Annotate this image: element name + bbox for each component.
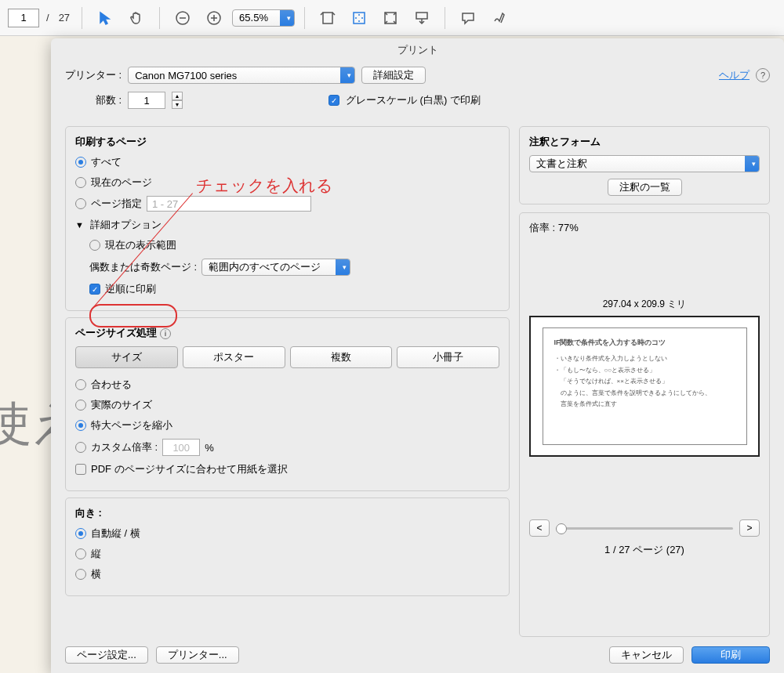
radio-current[interactable]	[75, 177, 86, 188]
zoom-in-icon[interactable]	[201, 5, 227, 31]
svg-rect-5	[323, 13, 332, 24]
pointer-icon[interactable]	[92, 5, 118, 31]
orient-title: 向き :	[75, 506, 499, 520]
label-oddeven: 偶数または奇数ページ :	[89, 260, 197, 274]
label-portrait: 縦	[91, 547, 101, 561]
zoom-select[interactable]: 65.5%▾	[232, 9, 295, 27]
preview-dims: 297.04 x 209.9 ミリ	[529, 298, 760, 311]
print-dialog: プリント プリンター : Canon MG7100 series▾ 詳細設定 ヘ…	[51, 38, 784, 673]
page-setup-button[interactable]: ページ設定...	[65, 646, 148, 664]
pages-section: 印刷するページ すべて 現在のページ ページ指定 ▼詳細オプション 現在の表示範…	[65, 126, 510, 311]
tab-booklet[interactable]: 小冊子	[397, 346, 499, 368]
annot-select[interactable]: 文書と注釈▾	[529, 155, 760, 172]
scale-label: 倍率 :	[529, 222, 555, 233]
size-section: ページサイズ処理i サイズ ポスター 複数 小冊子 合わせる 実際のサイズ 特大…	[65, 317, 510, 491]
radio-landscape[interactable]	[75, 569, 86, 580]
annot-list-button[interactable]: 注釈の一覧	[608, 179, 682, 196]
dialog-title: プリント	[51, 38, 784, 62]
cancel-button[interactable]: キャンセル	[609, 646, 684, 664]
tab-size[interactable]: サイズ	[75, 346, 178, 368]
prev-page-button[interactable]: <	[529, 519, 550, 537]
printer-button[interactable]: プリンター...	[156, 646, 239, 664]
printer-select[interactable]: Canon MG7100 series▾	[128, 67, 355, 84]
fit-page-icon[interactable]	[346, 5, 372, 31]
label-viewport: 現在の表示範囲	[105, 238, 176, 252]
paper-checkbox[interactable]	[75, 464, 86, 475]
oddeven-select[interactable]: 範囲内のすべてのページ▾	[201, 259, 350, 276]
page-info: 1 / 27 ページ (27)	[529, 543, 760, 557]
actual-size-icon[interactable]	[377, 5, 404, 31]
zoom-out-icon[interactable]	[169, 5, 196, 31]
size-title: ページサイズ処理i	[75, 326, 499, 340]
printer-label: プリンター :	[65, 68, 122, 82]
sign-icon[interactable]	[486, 5, 513, 31]
help-icon[interactable]: ?	[756, 68, 770, 82]
label-auto: 自動縦 / 横	[91, 526, 140, 541]
copies-label: 部数 :	[65, 93, 122, 107]
radio-actual[interactable]	[75, 400, 86, 411]
label-advanced: 詳細オプション	[90, 218, 162, 232]
annotation-section: 注釈とフォーム 文書と注釈▾ 注釈の一覧	[519, 126, 770, 204]
tab-multiple[interactable]: 複数	[290, 346, 393, 368]
total-pages: 27	[59, 12, 70, 24]
label-all: すべて	[91, 155, 122, 169]
grayscale-label: グレースケール (白黒) で印刷	[346, 93, 481, 107]
page-separator: /	[46, 12, 49, 24]
print-button[interactable]: 印刷	[691, 646, 770, 664]
hand-icon[interactable]	[123, 5, 150, 31]
read-mode-icon[interactable]	[408, 5, 435, 31]
fit-width-icon[interactable]	[314, 5, 341, 31]
reverse-checkbox[interactable]: ✓	[89, 284, 100, 295]
radio-range[interactable]	[75, 198, 86, 209]
preview-page: IF関数で条件式を入力する時のコツ ・いきなり条件式を入力しようとしない ・「も…	[543, 327, 747, 445]
custom-scale-input[interactable]	[162, 439, 200, 456]
copies-stepper[interactable]: ▲▼	[172, 92, 183, 109]
preview-section: 倍率 : 77% 297.04 x 209.9 ミリ IF関数で条件式を入力する…	[519, 212, 770, 637]
tab-poster[interactable]: ポスター	[183, 346, 285, 368]
comment-icon[interactable]	[455, 5, 481, 31]
radio-all[interactable]	[75, 157, 86, 168]
label-actual: 実際のサイズ	[91, 398, 152, 412]
pages-title: 印刷するページ	[75, 135, 499, 149]
grayscale-checkbox[interactable]: ✓	[328, 95, 339, 106]
range-input[interactable]	[147, 196, 311, 212]
label-current: 現在のページ	[91, 175, 152, 190]
radio-auto[interactable]	[75, 528, 86, 539]
radio-shrink[interactable]	[75, 420, 86, 431]
radio-viewport[interactable]	[89, 240, 100, 251]
percent-label: %	[205, 442, 214, 454]
copies-input[interactable]	[128, 92, 165, 109]
help-link[interactable]: ヘルプ	[719, 68, 750, 82]
radio-custom[interactable]	[75, 442, 86, 453]
info-icon[interactable]: i	[160, 328, 171, 339]
label-fit: 合わせる	[91, 378, 132, 392]
label-paper: PDF のページサイズに合わせて用紙を選択	[91, 462, 288, 476]
disclosure-icon[interactable]: ▼	[75, 220, 84, 230]
scale-value: 77%	[558, 222, 579, 233]
next-page-button[interactable]: >	[739, 519, 760, 537]
label-custom: カスタム倍率 :	[91, 440, 158, 454]
label-landscape: 横	[91, 567, 101, 581]
label-shrink: 特大ページを縮小	[91, 418, 172, 432]
pdf-toolbar: / 27 65.5%▾	[0, 0, 784, 36]
label-range: ページ指定	[91, 197, 142, 211]
annot-title: 注釈とフォーム	[529, 135, 760, 149]
dialog-footer: ページ設定... プリンター... キャンセル 印刷	[51, 637, 784, 673]
orient-section: 向き : 自動縦 / 横 縦 横	[65, 498, 510, 596]
radio-portrait[interactable]	[75, 548, 86, 559]
preview-box: IF関数で条件式を入力する時のコツ ・いきなり条件式を入力しようとしない ・「も…	[529, 316, 760, 457]
svg-rect-8	[416, 13, 427, 19]
radio-fit[interactable]	[75, 379, 86, 390]
advanced-settings-button[interactable]: 詳細設定	[361, 67, 426, 84]
page-number-input[interactable]	[8, 9, 39, 27]
page-slider[interactable]	[556, 527, 733, 530]
